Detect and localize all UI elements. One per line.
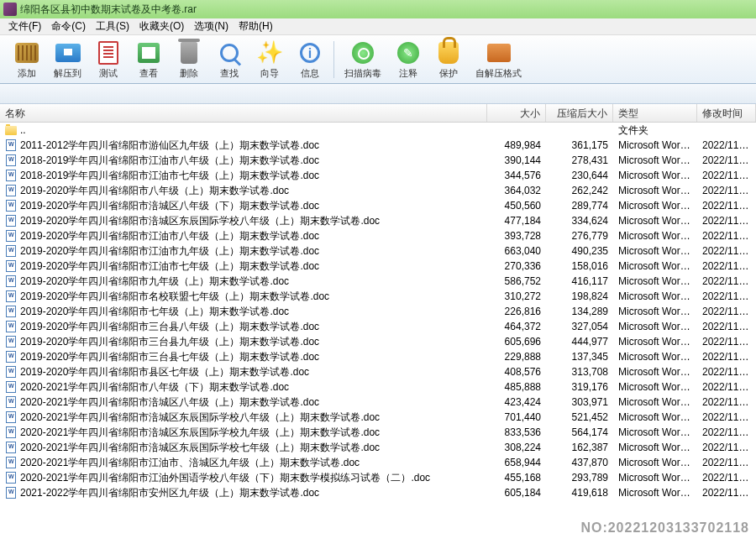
file-row[interactable]: 2020-2021学年四川省绵阳市涪城区东辰国际学校九年级（上）期末数学试卷.d… [0,425,756,440]
file-row[interactable]: 2018-2019学年四川省绵阳市江油市八年级（上）期末数学试卷.doc390,… [0,153,756,168]
column-name[interactable]: 名称 [0,104,487,122]
scan-button[interactable]: 扫描病毒 [338,38,388,81]
file-row[interactable]: 2011-2012学年四川省绵阳市游仙区九年级（上）期末数学试卷.doc489,… [0,138,756,153]
file-row[interactable]: 2020-2021学年四川省绵阳市涪城区八年级（上）期末数学试卷.doc423,… [0,395,756,410]
menu-help[interactable]: 帮助(H) [234,18,278,35]
file-row[interactable]: 2020-2021学年四川省绵阳市涪城区东辰国际学校七年级（上）期末数学试卷.d… [0,440,756,455]
file-row[interactable]: 2019-2020学年四川省绵阳市名校联盟七年级（上）期末数学试卷.doc310… [0,289,756,304]
file-row[interactable]: 2019-2020学年四川省绵阳市三台县七年级（上）期末数学试卷.doc229,… [0,349,756,364]
file-area: 名称 大小 压缩后大小 类型 修改时间 ..文件夹2011-2012学年四川省绵… [0,104,756,549]
column-size[interactable]: 大小 [487,104,546,122]
file-name-cell: 2018-2019学年四川省绵阳市江油市八年级（上）期末数学试卷.doc [0,153,487,169]
doc-icon [5,260,17,272]
file-compressed-size: 278,431 [546,154,613,167]
info-button[interactable]: i信息 [290,38,330,81]
title-bar: 绵阳各区县初中数期末试卷及中考卷.rar [0,0,756,18]
file-date: 2022/11/28 [697,259,756,273]
file-row[interactable]: 2019-2020学年四川省绵阳市涪城区东辰国际学校八年级（上）期末数学试卷.d… [0,213,756,228]
file-row[interactable]: 2019-2020学年四川省绵阳市涪城区八年级（下）期末数学试卷.doc450,… [0,198,756,213]
file-name: 2020-2021学年四川省绵阳市江油市、涪城区九年级（上）期末数学试卷.doc [20,456,360,470]
file-date: 2022/11/28 [697,305,756,318]
column-type[interactable]: 类型 [613,104,697,122]
wizard-button[interactable]: ✨向导 [249,38,290,81]
file-compressed-size: 162,387 [546,441,613,454]
file-compressed-size: 313,708 [546,365,613,379]
file-name: 2019-2020学年四川省绵阳市三台县九年级（上）期末数学试卷.doc [20,335,319,349]
window-title: 绵阳各区县初中数期末试卷及中考卷.rar [20,3,197,17]
file-name: 2019-2020学年四川省绵阳市九年级（上）期末数学试卷.doc [20,274,289,289]
file-name-cell: 2019-2020学年四川省绵阳市江油市七年级（上）期末数学试卷.doc [0,259,487,274]
test-icon [98,41,118,65]
file-compressed-size: 419,618 [546,486,613,499]
column-compressed-size[interactable]: 压缩后大小 [546,104,613,122]
file-row[interactable]: 2019-2020学年四川省绵阳市三台县九年级（上）期末数学试卷.doc605,… [0,334,756,349]
file-size: 464,372 [487,320,546,333]
doc-icon [5,457,17,468]
view-button[interactable]: 查看 [129,38,169,81]
doc-icon [5,170,17,181]
extract-button[interactable]: 解压到 [47,38,88,81]
column-date[interactable]: 修改时间 [697,104,756,122]
file-name: 2019-2020学年四川省绵阳市八年级（上）期末数学试卷.doc [20,184,289,198]
file-date: 2022/11/28 [697,274,756,288]
file-name-cell: 2019-2020学年四川省绵阳市三台县七年级（上）期末数学试卷.doc [0,349,487,365]
file-size [487,129,546,131]
file-list: ..文件夹2011-2012学年四川省绵阳市游仙区九年级（上）期末数学试卷.do… [0,123,756,549]
file-date: 2022/11/28 [697,229,756,243]
file-date: 2022/11/28 [697,184,756,197]
doc-icon [5,396,17,408]
file-row[interactable]: 2019-2020学年四川省绵阳市江油市七年级（上）期末数学试卷.doc270,… [0,259,756,274]
file-row[interactable]: 2018-2019学年四川省绵阳市江油市七年级（上）期末数学试卷.doc344,… [0,168,756,183]
file-row[interactable]: 2019-2020学年四川省绵阳市八年级（上）期末数学试卷.doc364,032… [0,183,756,198]
menu-command[interactable]: 命令(C) [46,18,91,35]
file-date: 2022/11/28 [697,139,756,152]
file-row[interactable]: 2019-2020学年四川省绵阳市三台县八年级（上）期末数学试卷.doc464,… [0,319,756,334]
file-type: 文件夹 [613,123,697,139]
file-name: 2020-2021学年四川省绵阳市江油外国语学校八年级（下）期末数学模拟练习试卷… [20,471,430,485]
file-type: Microsoft Word ... [613,350,697,363]
delete-button[interactable]: 删除 [169,38,209,81]
file-name-cell: 2019-2020学年四川省绵阳市江油市八年级（上）期末数学试卷.doc [0,228,487,244]
sfx-button[interactable]: 自解压格式 [469,38,528,81]
file-row[interactable]: 2019-2020学年四川省绵阳市九年级（上）期末数学试卷.doc586,752… [0,274,756,289]
menu-file[interactable]: 文件(F) [3,18,46,35]
doc-icon [5,245,17,257]
file-name: 2019-2020学年四川省绵阳市七年级（上）期末数学试卷.doc [20,305,289,319]
file-date: 2022/11/28 [697,441,756,454]
file-row[interactable]: 2020-2021学年四川省绵阳市八年级（下）期末数学试卷.doc485,888… [0,379,756,395]
file-row[interactable]: 2019-2020学年四川省绵阳市县区七年级（上）期末数学试卷.doc408,5… [0,364,756,379]
file-row[interactable]: 2020-2021学年四川省绵阳市涪城区东辰国际学校八年级（上）期末数学试卷.d… [0,410,756,425]
add-button[interactable]: 添加 [7,38,47,81]
file-compressed-size: 134,289 [546,305,613,318]
file-name-cell: 2019-2020学年四川省绵阳市八年级（上）期末数学试卷.doc [0,183,487,199]
protect-button[interactable]: 保护 [428,38,469,81]
file-name: 2019-2020学年四川省绵阳市涪城区八年级（下）期末数学试卷.doc [20,199,319,213]
file-row[interactable]: 2020-2021学年四川省绵阳市江油市、涪城区九年级（上）期末数学试卷.doc… [0,455,756,470]
menu-option[interactable]: 选项(N) [189,18,234,35]
file-name: 2020-2021学年四川省绵阳市八年级（下）期末数学试卷.doc [20,380,289,395]
file-date: 2022/11/28 [697,214,756,227]
find-button[interactable]: 查找 [209,38,249,81]
toolbar-separator [333,41,334,78]
doc-icon [5,154,17,166]
file-type: Microsoft Word ... [613,395,697,409]
file-row[interactable]: 2019-2020学年四川省绵阳市七年级（上）期末数学试卷.doc226,816… [0,304,756,319]
file-row[interactable]: 2019-2020学年四川省绵阳市江油市八年级（上）期末数学试卷.doc393,… [0,228,756,243]
file-type: Microsoft Word ... [613,274,697,288]
delete-icon [181,42,197,64]
file-row[interactable]: 2021-2022学年四川省绵阳市安州区九年级（上）期末数学试卷.doc605,… [0,485,756,500]
test-button[interactable]: 测试 [88,38,129,81]
file-row[interactable]: ..文件夹 [0,123,756,138]
menu-favorite[interactable]: 收藏夹(O) [134,18,189,35]
file-date: 2022/11/28 [697,320,756,333]
comment-button[interactable]: ✎注释 [388,38,428,81]
file-name: 2011-2012学年四川省绵阳市游仙区九年级（上）期末数学试卷.doc [20,139,319,153]
file-type: Microsoft Word ... [613,184,697,197]
doc-icon [5,200,17,212]
file-name: 2018-2019学年四川省绵阳市江油市七年级（上）期末数学试卷.doc [20,169,319,183]
file-name-cell: 2020-2021学年四川省绵阳市涪城区东辰国际学校七年级（上）期末数学试卷.d… [0,440,487,456]
file-row[interactable]: 2019-2020学年四川省绵阳市江油市九年级（上）期末数学试卷.doc663,… [0,243,756,259]
file-compressed-size: 262,242 [546,184,613,197]
file-row[interactable]: 2020-2021学年四川省绵阳市江油外国语学校八年级（下）期末数学模拟练习试卷… [0,470,756,485]
menu-tool[interactable]: 工具(S) [91,18,134,35]
